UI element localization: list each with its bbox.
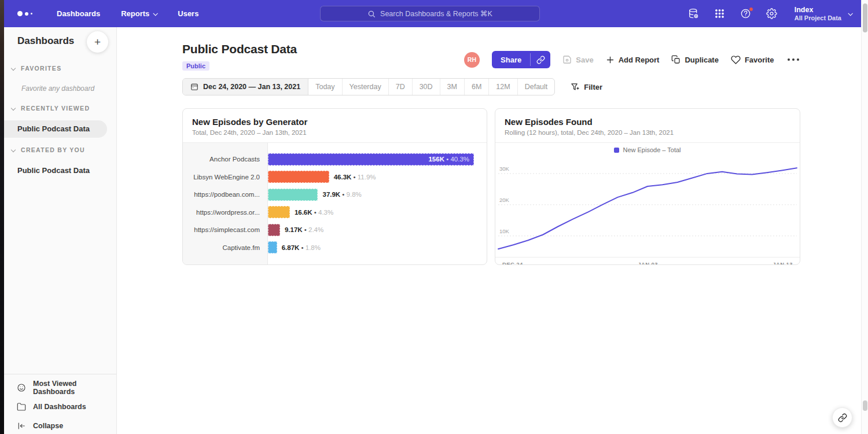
bar-category-label: https://wordpress.or...	[183, 209, 268, 216]
bar-category-label: Anchor Podcasts	[183, 156, 268, 163]
collapse-sidebar-button[interactable]: Collapse	[4, 416, 116, 434]
vertical-scrollbar[interactable]	[861, 0, 868, 434]
share-button[interactable]: Share	[492, 51, 530, 68]
apps-grid-icon[interactable]	[714, 8, 726, 20]
date-range-control: Dec 24, 2020 — Jan 13, 2021 TodayYesterd…	[182, 78, 555, 95]
bar-segment[interactable]	[268, 171, 329, 183]
range-segment-7d[interactable]: 7D	[389, 79, 413, 95]
x-tick-label: DEC 24	[502, 261, 523, 265]
range-segment-3m[interactable]: 3M	[440, 79, 465, 95]
x-tick-label: JAN 13	[773, 261, 793, 265]
save-button[interactable]: Save	[562, 55, 593, 64]
smiley-icon	[17, 383, 26, 392]
nav-item-dashboards[interactable]: Dashboards	[57, 9, 100, 18]
save-icon	[562, 55, 572, 64]
data-management-icon[interactable]	[688, 8, 700, 20]
bar-segment[interactable]: 156K • 40.3%	[268, 153, 474, 165]
date-controls-row: Dec 24, 2020 — Jan 13, 2021 TodayYesterd…	[182, 78, 602, 95]
card-new-episodes-found: New Episodes Found Rolling (12 hours), t…	[495, 108, 800, 265]
range-segment-default[interactable]: Default	[518, 79, 555, 95]
card-title[interactable]: New Episodes Found	[505, 117, 790, 127]
project-name: Index	[795, 6, 841, 14]
duplicate-icon	[671, 55, 681, 64]
line-chart[interactable]: 10K20K30K	[498, 158, 797, 255]
filter-button[interactable]: Filter	[571, 83, 602, 91]
notification-dot	[749, 7, 753, 12]
dashboards-sidebar: Dashboards + FAVORITES Favorite any dash…	[4, 27, 117, 434]
dashboard-actions: RH Share Save Add Report Duplicate Favor…	[464, 51, 800, 68]
section-recently-viewed[interactable]: RECENTLY VIEWED	[12, 105, 90, 112]
share-split-button: Share	[492, 51, 550, 68]
bar-category-label: https://podbean.com...	[183, 191, 268, 198]
card-subtitle: Total, Dec 24th, 2020 – Jan 13th, 2021	[192, 129, 477, 136]
folder-icon	[17, 402, 26, 411]
copy-link-button[interactable]	[531, 51, 550, 68]
bar-segment[interactable]	[268, 241, 277, 253]
project-switcher[interactable]: Index All Project Data	[795, 6, 852, 22]
all-dashboards-button[interactable]: All Dashboards	[4, 397, 116, 416]
chart-legend: New Episode – Total	[495, 143, 800, 157]
add-report-button[interactable]: Add Report	[606, 56, 660, 64]
sidebar-item-public-podcast-data-created[interactable]: Public Podcast Data	[4, 162, 107, 179]
x-tick-label: JAN 03	[638, 261, 658, 265]
section-favorites[interactable]: FAVORITES	[12, 65, 61, 72]
global-search-input[interactable]: Search Dashboards & Reports ⌘K	[320, 6, 540, 21]
nav-item-users[interactable]: Users	[178, 9, 198, 18]
bar-value-label: 37.9K • 9.8%	[322, 191, 361, 198]
most-viewed-dashboards-button[interactable]: Most Viewed Dashboards	[4, 378, 116, 397]
range-segment-12m[interactable]: 12M	[489, 79, 517, 95]
bar-segment[interactable]	[268, 206, 290, 218]
bar-value-label: 16.6K • 4.3%	[295, 209, 333, 216]
range-segment-today[interactable]: Today	[308, 79, 342, 95]
search-placeholder: Search Dashboards & Reports ⌘K	[380, 9, 492, 18]
more-options-button[interactable]	[786, 56, 801, 64]
chevron-down-icon	[153, 11, 158, 16]
legend-label[interactable]: New Episode – Total	[623, 146, 681, 153]
bar-category-label: https://simplecast.com	[183, 226, 268, 233]
bar-category-label: Captivate.fm	[183, 244, 268, 251]
scrollbar-thumb[interactable]	[863, 3, 867, 32]
bar-row: https://podbean.com...37.9K • 9.8%	[183, 186, 487, 204]
legend-swatch	[614, 148, 619, 153]
range-segment-30d[interactable]: 30D	[413, 79, 440, 95]
create-dashboard-button[interactable]: +	[87, 31, 108, 53]
range-segment-yesterday[interactable]: Yesterday	[343, 79, 389, 95]
card-subtitle: Rolling (12 hours), total, Dec 24th, 202…	[505, 129, 790, 136]
card-header: New Episodes by Generator Total, Dec 24t…	[183, 109, 487, 143]
section-created-by-you[interactable]: CREATED BY YOU	[12, 146, 85, 153]
bar-segment[interactable]	[268, 189, 318, 201]
help-icon[interactable]	[740, 8, 752, 20]
mixpanel-logo-icon[interactable]	[17, 11, 32, 16]
favorites-empty-text: Favorite any dashboard	[21, 84, 94, 93]
heart-icon	[731, 55, 741, 65]
settings-gear-icon[interactable]	[766, 8, 778, 20]
plus-icon	[606, 56, 615, 64]
card-header: New Episodes Found Rolling (12 hours), t…	[495, 109, 800, 143]
bar-value-label: 156K • 40.3%	[428, 156, 473, 163]
bar-row: https://wordpress.or...16.6K • 4.3%	[183, 204, 487, 222]
bar-chart: Anchor Podcasts156K • 40.3%Libsyn WebEng…	[183, 143, 487, 264]
duplicate-button[interactable]: Duplicate	[671, 55, 719, 64]
avatar[interactable]: RH	[464, 52, 480, 68]
range-segment-6m[interactable]: 6M	[465, 79, 489, 95]
public-badge: Public	[182, 61, 209, 71]
nav-item-reports[interactable]: Reports	[121, 9, 157, 18]
chevron-down-icon	[848, 11, 852, 16]
link-icon	[536, 56, 545, 64]
link-icon	[838, 413, 847, 422]
favorite-button[interactable]: Favorite	[731, 55, 774, 65]
bar-segment[interactable]	[268, 224, 280, 236]
date-range-button[interactable]: Dec 24, 2020 — Jan 13, 2021	[183, 79, 308, 95]
primary-nav: DashboardsReportsUsers	[57, 9, 198, 18]
card-title[interactable]: New Episodes by Generator	[192, 117, 477, 127]
share-link-fab[interactable]	[832, 407, 852, 428]
chevron-down-icon	[11, 66, 16, 71]
page-title: Public Podcast Data	[182, 42, 297, 56]
search-icon	[367, 10, 376, 18]
sidebar-item-public-podcast-data[interactable]: Public Podcast Data	[4, 120, 107, 138]
x-axis-labels: DEC 24JAN 03JAN 13	[495, 257, 800, 265]
bar-value-label: 46.3K • 11.9%	[334, 174, 376, 181]
bar-value-label: 6.87K • 1.8%	[282, 244, 321, 251]
chevron-down-icon	[11, 106, 16, 111]
scrollbar-thumb-secondary[interactable]	[863, 400, 867, 411]
